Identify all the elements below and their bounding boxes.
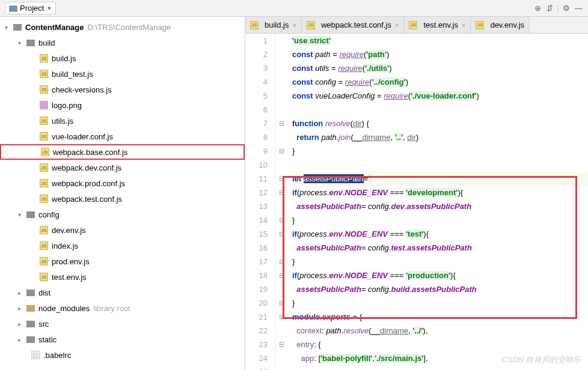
collapse-icon[interactable]: ⇵: [545, 4, 555, 13]
code-line[interactable]: [292, 158, 588, 172]
file-label: index.js: [52, 241, 78, 250]
code-line[interactable]: const path = require('path'): [292, 47, 588, 61]
hide-icon[interactable]: —: [574, 4, 583, 13]
tree-file[interactable]: JStest.env.js: [0, 269, 245, 285]
code-line[interactable]: const utils = require('./utils'): [292, 61, 588, 75]
file-label: utils.js: [52, 117, 73, 126]
toolbar: Project ▼ ⊕ ⇵ | ⚙ —: [0, 0, 588, 17]
chevron-down-icon[interactable]: ▾: [18, 40, 26, 46]
editor-tab[interactable]: JStest.env.js×: [404, 17, 471, 33]
svg-rect-0: [10, 6, 17, 11]
chevron-down-icon[interactable]: ▾: [5, 24, 13, 31]
editor-tab[interactable]: JSdev.env.js: [471, 17, 530, 33]
main: ▾ ContentManage D:\TRS\ContentManage ▾ b…: [0, 17, 588, 370]
svg-rect-1: [13, 24, 22, 31]
code-line[interactable]: }: [292, 296, 588, 310]
tree-file[interactable]: JSutils.js: [0, 113, 245, 129]
project-label: Project: [20, 4, 44, 13]
tree-file[interactable]: JSdev.env.js: [0, 222, 245, 238]
project-icon: [9, 4, 17, 13]
tree-file[interactable]: JSbuild.js: [0, 50, 245, 66]
code-line[interactable]: return path.join(__dirname, '..', dir): [292, 130, 588, 144]
js-icon: JS: [476, 21, 484, 29]
code-line[interactable]: [292, 103, 588, 117]
project-selector[interactable]: Project ▼: [5, 2, 56, 14]
editor-tab[interactable]: JSbuild.js×: [245, 17, 302, 33]
file-label: webpack.test.conf.js: [52, 195, 122, 204]
code-line[interactable]: assetsPublicPath= config.test.assetsPubl…: [292, 241, 588, 255]
tree-file[interactable]: JSprod.env.js: [0, 253, 245, 269]
file-label: test.env.js: [52, 273, 87, 282]
file-label: dev.env.js: [52, 226, 86, 235]
root-name: ContentManage: [25, 23, 84, 32]
close-icon[interactable]: ×: [395, 22, 399, 29]
chevron-down-icon[interactable]: ▾: [18, 211, 26, 218]
code-line[interactable]: module.exports = {: [292, 310, 588, 324]
code-line[interactable]: [292, 365, 588, 370]
tree-folder-build[interactable]: ▾ build: [0, 35, 245, 50]
code-line[interactable]: 'use strict': [292, 34, 588, 47]
tree-file[interactable]: JSbuild_test.js: [0, 66, 245, 82]
code-line[interactable]: }: [292, 213, 588, 227]
code-line[interactable]: }: [292, 144, 588, 158]
chevron-right-icon[interactable]: ▸: [18, 336, 26, 343]
code-line[interactable]: function resolve(dir) {: [292, 117, 588, 130]
file-icon: ⬚: [31, 351, 40, 359]
code-line[interactable]: assetsPublicPath= config.dev.assetsPubli…: [292, 199, 588, 213]
code-line[interactable]: if(process.env.NODE_ENV === 'production'…: [292, 268, 588, 282]
tree-folder-config[interactable]: ▾ config: [0, 207, 245, 222]
tree-file[interactable]: JSwebpack.dev.conf.js: [0, 160, 245, 175]
tree-folder[interactable]: ▸src: [0, 316, 245, 332]
tree-file[interactable]: logo.png: [0, 97, 245, 113]
code-content[interactable]: 'use strict'const path = require('path')…: [287, 34, 588, 370]
code-line[interactable]: if(process.env.NODE_ENV === 'test'){: [292, 227, 588, 241]
folder-icon: [26, 335, 36, 344]
folder-label: src: [38, 320, 49, 329]
tree-file[interactable]: JSwebpack.test.conf.js: [0, 191, 245, 207]
tree-folder[interactable]: ▸static: [0, 332, 245, 347]
tree-folder[interactable]: ▸dist: [0, 285, 245, 300]
root-path: D:\TRS\ContentManage: [88, 23, 171, 32]
file-label: webpack.prod.conf.js: [52, 179, 125, 188]
editor-tabs: JSbuild.js×JSwebpack.test.conf.js×JStest…: [245, 17, 588, 34]
chevron-right-icon[interactable]: ▸: [18, 321, 26, 327]
file-label: build.js: [52, 54, 76, 63]
close-icon[interactable]: ×: [292, 22, 296, 29]
target-icon[interactable]: ⊕: [533, 4, 543, 13]
code-line[interactable]: const config = require('../config'): [292, 75, 588, 89]
folder-label: build: [38, 38, 55, 47]
tree-file[interactable]: JSvue-loader.conf.js: [0, 129, 245, 144]
svg-rect-3: [40, 101, 48, 109]
chevron-right-icon[interactable]: ▸: [18, 305, 26, 312]
code-line[interactable]: }: [292, 255, 588, 268]
js-icon: JS: [307, 21, 315, 29]
project-tree[interactable]: ▾ ContentManage D:\TRS\ContentManage ▾ b…: [0, 17, 245, 370]
code-line[interactable]: context: path.resolve(__dirname, '../'),: [292, 324, 588, 338]
tree-file[interactable]: JScheck-versions.js: [0, 82, 245, 97]
editor-tab[interactable]: JSwebpack.test.conf.js×: [302, 17, 405, 33]
close-icon[interactable]: ×: [462, 22, 465, 29]
folder-icon: [26, 288, 36, 297]
folder-icon: [26, 320, 36, 328]
tree-file-babelrc[interactable]: ⬚ .babelrc: [0, 347, 245, 363]
folder-icon: [26, 210, 36, 219]
svg-rect-4: [26, 211, 35, 218]
code-line[interactable]: const vueLoaderConfig = require('./vue-l…: [292, 89, 588, 103]
folder-icon: [26, 38, 36, 47]
tree-folder[interactable]: ▸node_moduleslibrary root: [0, 300, 245, 316]
svg-rect-2: [26, 40, 35, 46]
code-editor[interactable]: 1234567891011121314151617181920212223242…: [245, 34, 588, 370]
js-icon: JS: [409, 21, 417, 29]
file-label: build_test.js: [52, 70, 93, 79]
code-line[interactable]: let assetsPublicPath='': [292, 172, 588, 186]
code-line[interactable]: entry: {: [292, 338, 588, 351]
tree-file[interactable]: JSwebpack.base.conf.js: [0, 144, 245, 160]
fold-column[interactable]: ⊟⊟⊟⊟⊟⊟⊟⊟⊟⊟⊟: [275, 34, 287, 370]
chevron-right-icon[interactable]: ▸: [18, 290, 26, 296]
gear-icon[interactable]: ⚙: [562, 4, 571, 13]
code-line[interactable]: if(process.env.NODE_ENV === 'development…: [292, 186, 588, 199]
tree-file[interactable]: JSwebpack.prod.conf.js: [0, 175, 245, 191]
code-line[interactable]: assetsPublicPath= config.build.assetsPub…: [292, 282, 588, 296]
tree-root[interactable]: ▾ ContentManage D:\TRS\ContentManage: [0, 19, 245, 35]
tree-file[interactable]: JSindex.js: [0, 238, 245, 253]
